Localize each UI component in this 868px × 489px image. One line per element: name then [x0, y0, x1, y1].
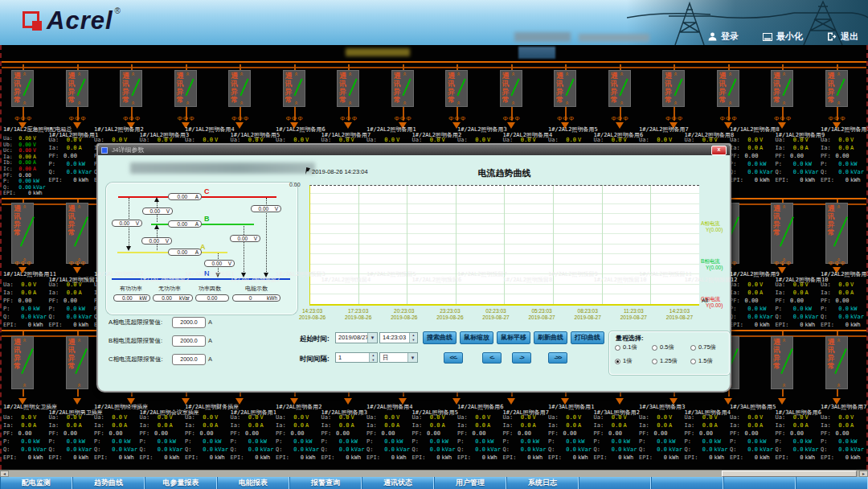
comm-status-box[interactable]: 通讯异常««: [66, 336, 88, 389]
comm-abnormal-text: 通讯异常: [827, 204, 836, 262]
interval-unit-select[interactable]: 日 ▼: [379, 352, 418, 363]
taskbar-tab-3[interactable]: 电参量报表: [145, 477, 217, 489]
dialog-close-button[interactable]: x: [711, 146, 727, 155]
trend-chart-plot-area[interactable]: [309, 185, 699, 306]
comm-status-box[interactable]: 通讯异常««: [662, 70, 685, 107]
feeder-label: 1#/2AL2照明预留3: [276, 270, 326, 278]
range-option-radio[interactable]: 1.5倍: [690, 357, 713, 365]
taskbar-tab-8[interactable]: 系统日志: [506, 477, 579, 489]
backward-button[interactable]: <-: [482, 352, 502, 364]
reactive-power-value: 0.00kVar: [153, 294, 193, 302]
phase-symbols: ΦΦΦ: [6, 260, 40, 267]
redacted-text: [346, 48, 410, 56]
taskbar-tab-7[interactable]: 用户管理: [434, 477, 506, 489]
taskbar-tab-5[interactable]: 报警查询: [289, 477, 362, 489]
radio-circle: [615, 345, 620, 351]
legend-series-name: B相电流: [701, 258, 723, 265]
feeder-label: 1#/2AL2照明预留5: [366, 270, 416, 278]
phase-a-alarm-input[interactable]: 2000.0: [172, 317, 206, 328]
minimize-button[interactable]: 最小化: [763, 31, 803, 43]
chevron-down-icon[interactable]: ▼: [407, 353, 417, 362]
mouse-pan-button[interactable]: 鼠标平移: [497, 331, 530, 344]
range-option-radio[interactable]: 0.1倍: [615, 343, 637, 351]
comm-status-box[interactable]: 通讯异常««: [445, 70, 468, 107]
comm-abnormal-text: 通讯异常: [393, 72, 402, 105]
start-date-select[interactable]: 2019/08/27 ▼: [335, 332, 378, 343]
taskbar-tab-empty[interactable]: [723, 477, 796, 489]
feeder-column: 通讯异常««ΦΦΦ: [66, 64, 90, 129]
redacted-thumbnail: [518, 47, 555, 59]
comm-status-box[interactable]: 通讯异常««: [554, 70, 576, 107]
phase-symbols: ΦΦΦ: [170, 115, 203, 122]
fast-backward-button[interactable]: <<-: [444, 352, 463, 364]
spinner-arrows-icon[interactable]: ▴▾: [369, 353, 377, 362]
taskbar-tab-4[interactable]: 电能报表: [217, 477, 289, 489]
refresh-curve-button[interactable]: 刷新曲线: [534, 331, 567, 344]
scrollbar-thumb[interactable]: [722, 471, 857, 477]
feeder-column: 通讯异常««: [825, 331, 850, 405]
comm-status-box[interactable]: 通讯异常««: [11, 203, 34, 264]
comm-status-box[interactable]: 通讯异常««: [391, 70, 414, 107]
chevron-down-icon[interactable]: ▼: [367, 333, 377, 343]
comm-status-box[interactable]: 通讯异常««: [283, 70, 305, 107]
comm-status-box[interactable]: 通讯异常««: [717, 70, 739, 107]
horizontal-scrollbar[interactable]: ◂ ▸: [0, 470, 868, 477]
exit-button[interactable]: 退出: [827, 31, 858, 43]
comm-status-box[interactable]: 通讯异常««: [771, 70, 793, 107]
comm-status-box[interactable]: 通讯异常««: [771, 336, 793, 389]
taskbar-tab-6[interactable]: 通讯状态: [362, 477, 434, 489]
feeder-label: 1#/1AL2照明预留1: [49, 276, 99, 284]
interval-value-spinner[interactable]: 1 ▴▾: [335, 352, 378, 363]
range-option-radio[interactable]: 0.75倍: [690, 343, 716, 351]
comm-status-box[interactable]: 通讯异常««: [120, 70, 142, 107]
dialog-title-bar[interactable]: J4详细参数 x: [98, 145, 730, 155]
comm-status-box[interactable]: 通讯异常««: [11, 336, 34, 389]
taskbar-tab-2[interactable]: 趋势曲线: [72, 477, 145, 489]
start-time-spinner[interactable]: 14:23:03 ▴▾: [379, 332, 418, 343]
taskbar-tab-empty[interactable]: [796, 477, 868, 489]
comm-status-box[interactable]: 通讯异常««: [228, 70, 251, 107]
comm-status-box[interactable]: 通讯异常««: [771, 203, 793, 264]
redacted-text: [514, 32, 571, 42]
phase-symbols: ΦΦΦ: [604, 115, 637, 122]
forward-button[interactable]: ->: [512, 352, 531, 364]
search-curve-button[interactable]: 搜索曲线: [423, 331, 457, 344]
range-option-radio[interactable]: 1倍: [615, 357, 633, 365]
login-button[interactable]: 登录: [708, 31, 739, 43]
comm-status-box[interactable]: 通讯异常««: [825, 70, 848, 107]
comm-status-box[interactable]: 通讯异常««: [174, 70, 197, 107]
feeder-column: 通讯异常««ΦΦΦ: [120, 64, 144, 129]
spinner-arrows-icon[interactable]: ▴▾: [409, 333, 417, 343]
feeder-label: 1#/2AL2照明备用9: [730, 270, 780, 278]
phase-symbols: ΦΦΦ: [657, 115, 691, 122]
comm-status-box[interactable]: 通讯异常««: [66, 203, 88, 264]
feeder-label: 1#/3AL照明备用5: [730, 403, 776, 411]
user-icon: [708, 32, 717, 41]
dialog-title: J4详细参数: [112, 146, 144, 154]
taskbar-tab-empty[interactable]: [651, 477, 723, 489]
phase-b-alarm-input[interactable]: 2000.0: [172, 335, 206, 347]
taskbar-tab-1[interactable]: 配电监测: [0, 477, 72, 489]
comm-status-box[interactable]: 通讯异常««: [825, 203, 848, 264]
scroll-left-button[interactable]: ◂: [0, 471, 9, 477]
redacted-device-name: [130, 162, 315, 174]
comm-status-box[interactable]: 通讯异常««: [608, 70, 631, 107]
comm-status-box[interactable]: 通讯异常««: [66, 70, 88, 107]
x-tick-label: 11:23:032019-08-27: [611, 308, 657, 320]
taskbar-tab-empty[interactable]: [579, 477, 651, 489]
fast-forward-button[interactable]: ->>: [548, 352, 567, 364]
comm-status-box[interactable]: 通讯异常««: [825, 336, 848, 389]
mouse-zoom-button[interactable]: 鼠标缩放: [460, 331, 493, 344]
scroll-right-button[interactable]: ▸: [859, 471, 868, 477]
range-option-radio[interactable]: 1.25倍: [652, 357, 678, 365]
phase-symbols: ΦΦΦ: [115, 115, 149, 122]
print-curve-button[interactable]: 打印曲线: [571, 331, 604, 344]
comm-status-box[interactable]: 通讯异常««: [337, 70, 359, 107]
comm-status-box[interactable]: 通讯异常««: [11, 70, 34, 107]
phase-c-alarm-input[interactable]: 2000.0: [172, 354, 206, 365]
range-option-radio[interactable]: 0.5倍: [652, 343, 674, 351]
feeder-column: 通讯异常««: [66, 331, 90, 405]
feeder-label: 1#/2AL2照明备用11: [821, 270, 868, 278]
comm-status-box[interactable]: 通讯异常««: [500, 70, 522, 107]
chart-cursor-timestamp: 2019-08-26 14:23:04: [312, 168, 368, 175]
